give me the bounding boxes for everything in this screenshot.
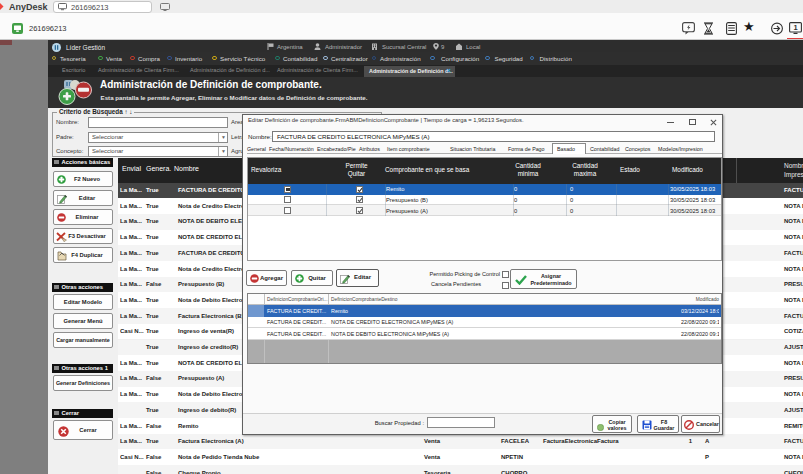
svg-text:1: 1 <box>793 23 797 32</box>
